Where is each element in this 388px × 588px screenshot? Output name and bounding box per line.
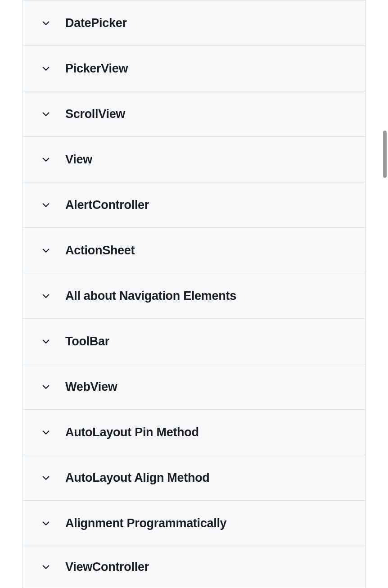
chevron-down-icon: [41, 336, 51, 346]
accordion-item-label: View: [65, 153, 92, 167]
chevron-down-icon: [41, 63, 51, 73]
accordion-item-autolayout-pin[interactable]: AutoLayout Pin Method: [23, 410, 365, 455]
accordion-item-actionsheet[interactable]: ActionSheet: [23, 228, 365, 273]
chevron-down-icon: [41, 109, 51, 119]
accordion-item-label: AutoLayout Pin Method: [65, 425, 199, 439]
accordion-item-label: AutoLayout Align Method: [65, 471, 210, 485]
chevron-down-icon: [41, 382, 51, 392]
accordion-list: DatePicker PickerView ScrollView View Al…: [23, 0, 365, 588]
accordion-item-datepicker[interactable]: DatePicker: [23, 0, 365, 46]
accordion-item-pickerview[interactable]: PickerView: [23, 46, 365, 91]
accordion-item-label: Alignment Programmatically: [65, 516, 226, 530]
accordion-item-webview[interactable]: WebView: [23, 364, 365, 410]
accordion-item-label: DatePicker: [65, 16, 127, 30]
accordion-item-view[interactable]: View: [23, 137, 365, 182]
chevron-down-icon: [41, 154, 51, 164]
accordion-item-label: AlertController: [65, 198, 149, 212]
accordion-item-label: All about Navigation Elements: [65, 289, 236, 303]
accordion-item-alignment-programmatic[interactable]: Alignment Programmatically: [23, 501, 365, 546]
accordion-item-viewcontroller[interactable]: ViewController: [23, 546, 365, 588]
chevron-down-icon: [41, 518, 51, 528]
accordion-item-toolbar[interactable]: ToolBar: [23, 319, 365, 364]
accordion-item-label: ActionSheet: [65, 244, 135, 258]
chevron-down-icon: [41, 291, 51, 301]
accordion-item-autolayout-align[interactable]: AutoLayout Align Method: [23, 455, 365, 501]
chevron-down-icon: [41, 427, 51, 437]
accordion-item-alertcontroller[interactable]: AlertController: [23, 182, 365, 228]
accordion-item-label: PickerView: [65, 62, 128, 76]
accordion-item-label: ScrollView: [65, 107, 125, 121]
accordion-item-label: ToolBar: [65, 335, 109, 348]
chevron-down-icon: [41, 18, 51, 28]
accordion-item-scrollview[interactable]: ScrollView: [23, 91, 365, 137]
chevron-down-icon: [41, 473, 51, 483]
chevron-down-icon: [41, 562, 51, 572]
accordion-item-navigation-elements[interactable]: All about Navigation Elements: [23, 273, 365, 319]
accordion-item-label: ViewController: [65, 560, 149, 574]
scrollbar-thumb[interactable]: [383, 131, 387, 178]
chevron-down-icon: [41, 245, 51, 255]
accordion-item-label: WebView: [65, 380, 117, 394]
chevron-down-icon: [41, 200, 51, 210]
